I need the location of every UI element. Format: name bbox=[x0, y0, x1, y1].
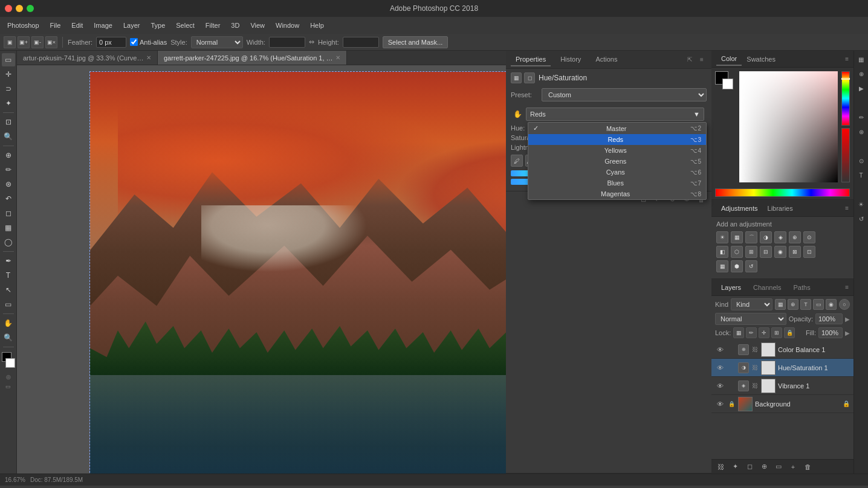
adj-threshold[interactable]: ⊡ bbox=[803, 246, 815, 258]
layers-strip-icon[interactable]: ▦ bbox=[855, 53, 867, 65]
mask-icon[interactable]: ◻ bbox=[524, 72, 535, 83]
zoom-tool[interactable]: 🔍 bbox=[2, 331, 15, 344]
create-adjustment-icon[interactable]: ⊕ bbox=[759, 461, 769, 472]
filter-adjustment-icon[interactable]: ⊕ bbox=[788, 299, 798, 310]
lasso-tool[interactable]: ⊃ bbox=[2, 82, 15, 95]
menu-3d[interactable]: 3D bbox=[226, 21, 244, 30]
close-button[interactable] bbox=[5, 5, 12, 12]
menu-icon[interactable]: ≡ bbox=[697, 55, 707, 65]
adj-selective[interactable]: ⬢ bbox=[731, 260, 743, 272]
tab-channels[interactable]: Channels bbox=[748, 281, 786, 294]
crop-tool[interactable]: ⊡ bbox=[2, 115, 15, 129]
menu-window[interactable]: Window bbox=[271, 21, 304, 30]
3d-strip-icon[interactable]: ⊙ bbox=[855, 155, 867, 167]
text-tool[interactable]: T bbox=[2, 269, 15, 282]
magic-wand-tool[interactable]: ✦ bbox=[2, 97, 15, 110]
channel-cyans[interactable]: Cyans ⌥6 bbox=[528, 167, 706, 178]
fill-chevron[interactable]: ▶ bbox=[845, 330, 850, 336]
channel-dropdown-trigger[interactable]: Reds ▼ bbox=[526, 108, 704, 121]
menu-photoshop[interactable]: Photoshop bbox=[2, 21, 44, 30]
menu-select[interactable]: Select bbox=[171, 21, 199, 30]
clone-strip-icon[interactable]: ⊛ bbox=[855, 126, 867, 138]
background-swatch[interactable] bbox=[722, 79, 733, 89]
layer-vis-icon[interactable]: 👁 bbox=[715, 399, 725, 409]
link-layers-icon[interactable]: ⛓ bbox=[715, 461, 726, 472]
hand-tool[interactable]: ✋ bbox=[2, 316, 15, 330]
adj-colorlookup[interactable]: ⊟ bbox=[760, 246, 772, 258]
pen-tool[interactable]: ✒ bbox=[2, 254, 15, 268]
channel-greens[interactable]: Greens ⌥5 bbox=[528, 156, 706, 167]
background-color[interactable] bbox=[5, 358, 15, 368]
adj-invert[interactable]: ◉ bbox=[774, 246, 786, 258]
add-style-icon[interactable]: ✦ bbox=[730, 461, 740, 472]
adj-channelmix[interactable]: ⊞ bbox=[745, 246, 757, 258]
select-mask-button[interactable]: Select and Mask... bbox=[383, 36, 449, 48]
opacity-chevron[interactable]: ▶ bbox=[845, 316, 850, 323]
canvas-content[interactable] bbox=[17, 65, 506, 474]
height-input[interactable] bbox=[343, 37, 379, 48]
anti-alias-checkbox[interactable]: Anti-alias bbox=[130, 38, 167, 46]
menu-help[interactable]: Help bbox=[305, 21, 329, 30]
add-mask-icon[interactable]: ◻ bbox=[744, 461, 755, 472]
menu-type[interactable]: Type bbox=[146, 21, 170, 30]
adj-panel-menu[interactable]: ≡ bbox=[845, 205, 849, 211]
hue-strip-thumb[interactable] bbox=[841, 78, 850, 80]
swap-icon[interactable]: ⇔ bbox=[309, 38, 314, 46]
adj-strip-icon[interactable]: ☀ bbox=[855, 198, 867, 210]
feather-input[interactable] bbox=[96, 37, 126, 48]
tab-history[interactable]: History bbox=[555, 53, 586, 66]
dodge-tool[interactable]: ◯ bbox=[2, 236, 15, 249]
filter-shape-icon[interactable]: ▭ bbox=[813, 299, 824, 310]
channel-hand-icon[interactable]: ✋ bbox=[513, 110, 522, 118]
tab-garrett-close[interactable]: ✕ bbox=[335, 54, 340, 61]
channel-blues[interactable]: Blues ⌥7 bbox=[528, 178, 706, 188]
channel-yellows[interactable]: Yellows ⌥4 bbox=[528, 145, 706, 156]
window-controls[interactable] bbox=[5, 5, 34, 12]
adj-photofilter[interactable]: ⬡ bbox=[731, 246, 743, 258]
adj-colorbal[interactable]: ⊙ bbox=[803, 231, 815, 243]
layers-panel-menu[interactable]: ≡ bbox=[845, 284, 849, 291]
channel-magentas[interactable]: Magentas ⌥8 bbox=[528, 188, 706, 199]
type-strip-icon[interactable]: T bbox=[855, 169, 867, 181]
tab-actions[interactable]: Actions bbox=[591, 53, 622, 66]
maximize-button[interactable] bbox=[27, 5, 34, 12]
brush-strip-icon[interactable]: ✏ bbox=[855, 111, 867, 123]
marquee-tool[interactable]: ▭ bbox=[2, 53, 15, 66]
new-selection-icon[interactable]: ▣ bbox=[4, 36, 16, 48]
history-brush[interactable]: ↶ bbox=[2, 192, 15, 205]
layer-vibrance[interactable]: 👁 ◈ ⛓ Vibrance 1 bbox=[711, 377, 853, 395]
lock-position-icon[interactable]: ✛ bbox=[759, 327, 769, 338]
adj-exposure[interactable]: ◑ bbox=[760, 231, 772, 243]
lock-all-icon[interactable]: 🔒 bbox=[784, 327, 795, 338]
layer-color-balance[interactable]: 👁 ⊕ ⛓ Color Balance 1 bbox=[711, 341, 853, 359]
layer-icon[interactable]: ▦ bbox=[511, 72, 522, 83]
eraser-tool[interactable]: ◻ bbox=[2, 207, 15, 220]
path-selection[interactable]: ↖ bbox=[2, 283, 15, 297]
shape-tool[interactable]: ▭ bbox=[2, 298, 15, 311]
lock-artboard-icon[interactable]: ⊞ bbox=[771, 327, 782, 338]
color-panel-menu[interactable]: ≡ bbox=[845, 56, 849, 62]
width-input[interactable] bbox=[269, 37, 305, 48]
adj-refresh[interactable]: ↺ bbox=[745, 260, 757, 272]
adj-bw[interactable]: ◧ bbox=[716, 246, 728, 258]
tab-artur[interactable]: artur-pokusin-741.jpg @ 33.3% (Curves 1,… bbox=[17, 51, 158, 65]
tab-garrett[interactable]: garrett-parker-247225.jpg @ 16.7% (Hue/S… bbox=[158, 51, 347, 65]
menu-file[interactable]: File bbox=[45, 21, 66, 30]
menu-layer[interactable]: Layer bbox=[118, 21, 145, 30]
eyedropper-tool[interactable]: 🔍 bbox=[2, 130, 15, 143]
style-select[interactable]: Normal Fixed Ratio Fixed Size bbox=[191, 36, 243, 48]
healing-brush[interactable]: ⊕ bbox=[2, 149, 15, 162]
lock-transparent-icon[interactable]: ▦ bbox=[733, 327, 744, 338]
adj-posterize[interactable]: ⊠ bbox=[789, 246, 801, 258]
fill-value[interactable]: 100% bbox=[818, 327, 843, 338]
tab-paths[interactable]: Paths bbox=[789, 281, 815, 294]
quick-mask[interactable]: ◎ bbox=[6, 374, 11, 380]
adj-vibrance[interactable]: ◈ bbox=[774, 231, 786, 243]
adj-levels[interactable]: ▦ bbox=[731, 231, 743, 243]
adj-curves[interactable]: ⌒ bbox=[745, 231, 757, 243]
layer-hue-saturation[interactable]: 👁 ◑ ⛓ Hue/Saturation 1 bbox=[711, 359, 853, 377]
menu-image[interactable]: Image bbox=[89, 21, 117, 30]
channels-strip-icon[interactable]: ⊕ bbox=[855, 68, 867, 80]
adj-brightness[interactable]: ☀ bbox=[716, 231, 728, 243]
opacity-strip[interactable] bbox=[841, 128, 850, 182]
